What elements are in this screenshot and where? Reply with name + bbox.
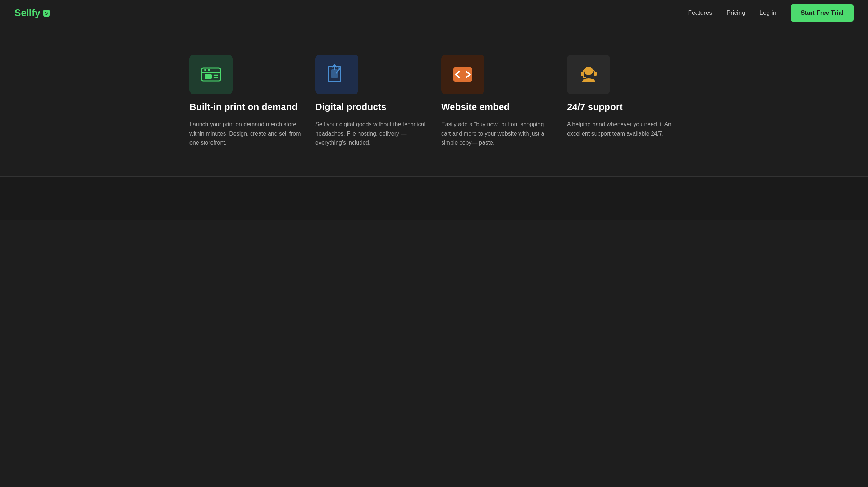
feature-desc-embed: Easily add a "buy now" button, shopping … (441, 120, 553, 147)
feature-card-print-on-demand: Built-in print on demand Launch your pri… (189, 55, 301, 147)
start-free-trial-button[interactable]: Start Free Trial (791, 4, 854, 22)
website-embed-icon-box (441, 55, 484, 94)
nav-link-login[interactable]: Log in (760, 9, 776, 17)
feature-title-print: Built-in print on demand (189, 101, 301, 113)
feature-title-support: 24/7 support (567, 101, 679, 113)
feature-title-digital: Digital products (315, 101, 427, 113)
bottom-section (0, 177, 868, 220)
logo-text: Sellfy (14, 7, 40, 19)
nav-link-features[interactable]: Features (688, 9, 712, 17)
nav-link-pricing[interactable]: Pricing (727, 9, 745, 17)
svg-rect-15 (594, 72, 597, 76)
feature-desc-support: A helping hand whenever you need it. An … (567, 120, 679, 138)
svg-point-3 (208, 69, 210, 71)
svg-rect-4 (205, 74, 212, 79)
svg-point-2 (204, 69, 206, 71)
features-grid: Built-in print on demand Launch your pri… (189, 55, 679, 147)
digital-products-icon-box (315, 55, 358, 94)
logo-badge: S (43, 10, 50, 17)
navbar: Sellfy S Features Pricing Log in Start F… (0, 0, 868, 26)
upload-icon (325, 63, 348, 86)
feature-card-digital: Digital products Sell your digital goods… (315, 55, 427, 147)
feature-card-embed: Website embed Easily add a "buy now" but… (441, 55, 553, 147)
feature-title-embed: Website embed (441, 101, 553, 113)
main-content: Built-in print on demand Launch your pri… (175, 26, 693, 176)
nav-links: Features Pricing Log in Start Free Trial (688, 4, 854, 22)
feature-desc-print: Launch your print on demand merch store … (189, 120, 301, 147)
store-icon (200, 63, 223, 86)
print-on-demand-icon-box (189, 55, 233, 94)
support-icon (577, 63, 600, 86)
svg-point-13 (584, 67, 593, 75)
feature-desc-digital: Sell your digital goods without the tech… (315, 120, 427, 147)
logo[interactable]: Sellfy S (14, 7, 50, 19)
svg-rect-8 (331, 69, 338, 78)
support-icon-box (567, 55, 610, 94)
code-icon (451, 63, 474, 86)
feature-card-support: 24/7 support A helping hand whenever you… (567, 55, 679, 147)
